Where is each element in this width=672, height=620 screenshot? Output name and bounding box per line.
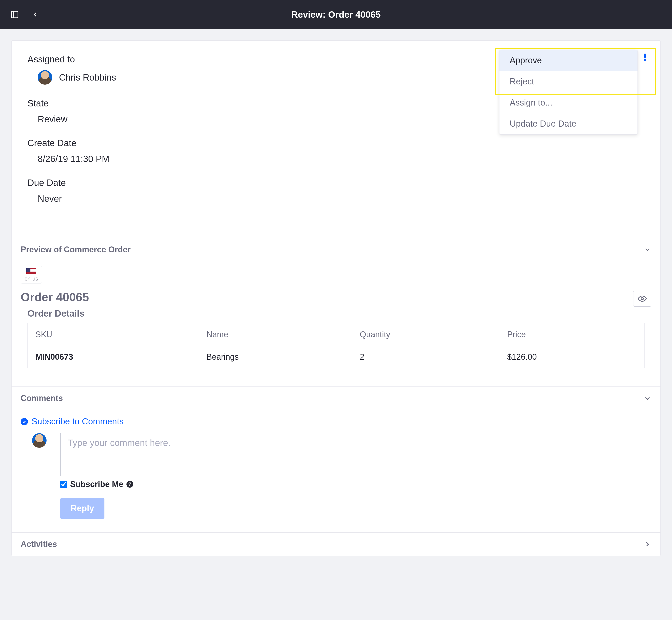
locale-text: en-us bbox=[25, 275, 38, 282]
svg-rect-0 bbox=[11, 11, 18, 18]
action-update-due-date[interactable]: Update Due Date bbox=[499, 113, 637, 134]
activities-section-header[interactable]: Activities bbox=[11, 532, 661, 556]
actions-menu-button[interactable] bbox=[641, 53, 649, 61]
action-assign-to[interactable]: Assign to... bbox=[499, 92, 637, 113]
chevron-down-icon bbox=[643, 246, 651, 254]
create-date-value: 8/26/19 11:30 PM bbox=[28, 154, 644, 164]
sidebar-toggle-icon[interactable] bbox=[9, 9, 20, 20]
cell-price: $126.00 bbox=[499, 346, 644, 368]
comment-input[interactable] bbox=[60, 433, 651, 476]
order-details-table: SKU Name Quantity Price MIN00673 Bearing… bbox=[28, 323, 644, 368]
comments-section-title: Comments bbox=[21, 394, 63, 403]
actions-menu: Approve Reject Assign to... Update Due D… bbox=[499, 50, 638, 135]
chevron-down-icon bbox=[643, 395, 651, 402]
page-title: Review: Order 40065 bbox=[291, 9, 381, 20]
create-date-label: Create Date bbox=[28, 138, 644, 148]
col-quantity: Quantity bbox=[352, 323, 499, 346]
locale-badge[interactable]: en-us bbox=[21, 266, 42, 283]
current-user-avatar bbox=[32, 433, 47, 448]
subscribe-to-comments-link[interactable]: Subscribe to Comments bbox=[21, 417, 124, 426]
activities-section-title: Activities bbox=[21, 539, 57, 549]
preview-section-title: Preview of Commerce Order bbox=[21, 245, 131, 254]
order-details-title: Order Details bbox=[28, 308, 651, 319]
assignee-avatar bbox=[38, 70, 52, 85]
preview-section-header[interactable]: Preview of Commerce Order bbox=[11, 238, 661, 261]
chevron-right-icon bbox=[643, 540, 651, 548]
reply-button[interactable]: Reply bbox=[60, 498, 104, 519]
us-flag-icon bbox=[26, 268, 36, 274]
action-reject[interactable]: Reject bbox=[499, 71, 637, 92]
check-circle-icon bbox=[21, 418, 28, 425]
action-approve[interactable]: Approve bbox=[499, 50, 637, 71]
subscribe-me-row[interactable]: Subscribe Me ? bbox=[60, 479, 651, 489]
svg-point-2 bbox=[641, 298, 643, 300]
col-price: Price bbox=[499, 323, 644, 346]
due-date-value: Never bbox=[28, 194, 644, 204]
due-date-label: Due Date bbox=[28, 178, 644, 188]
table-header-row: SKU Name Quantity Price bbox=[28, 323, 644, 346]
cell-name: Bearings bbox=[199, 346, 352, 368]
cell-sku: MIN00673 bbox=[28, 346, 199, 368]
subscribe-me-label: Subscribe Me bbox=[70, 479, 123, 489]
help-icon[interactable]: ? bbox=[127, 481, 133, 488]
cell-qty: 2 bbox=[352, 346, 499, 368]
order-title: Order 40065 bbox=[21, 290, 651, 304]
subscribe-me-checkbox[interactable] bbox=[60, 481, 67, 488]
table-row: MIN00673 Bearings 2 $126.00 bbox=[28, 346, 644, 368]
col-sku: SKU bbox=[28, 323, 199, 346]
preview-visibility-button[interactable] bbox=[633, 291, 651, 307]
comments-section-header[interactable]: Comments bbox=[11, 386, 661, 410]
back-button[interactable] bbox=[30, 9, 41, 20]
col-name: Name bbox=[199, 323, 352, 346]
assignee-name: Chris Robbins bbox=[59, 72, 116, 83]
